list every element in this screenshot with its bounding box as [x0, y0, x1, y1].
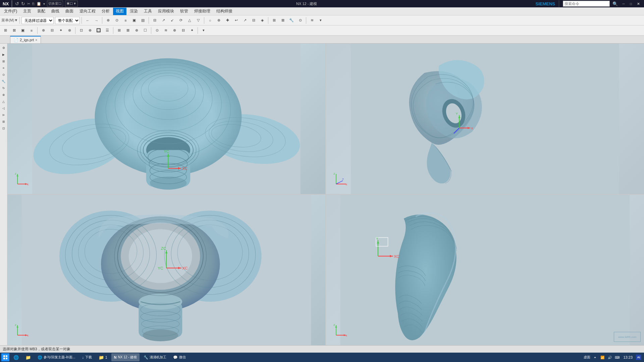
tb-btn8[interactable]: ↙	[168, 16, 176, 24]
paste-btn[interactable]: 📋	[37, 2, 41, 6]
tb2-btn1[interactable]: ⊞	[1, 26, 9, 35]
sidebar-btn10[interactable]: ⊳	[1, 112, 7, 118]
systray-volume[interactable]: 🔊	[607, 355, 612, 360]
tb-btn10[interactable]: △	[185, 16, 194, 24]
viewport-bot-left[interactable]: XC ZC YC X Z	[7, 195, 325, 345]
tb-btn3[interactable]: ≡	[121, 16, 129, 24]
taskbar-browser[interactable]: 🌐	[11, 353, 21, 361]
menu-view[interactable]: 视图	[113, 8, 126, 15]
tb-btn20[interactable]: ⊠	[279, 16, 287, 24]
sidebar-btn8[interactable]: △	[1, 99, 7, 105]
menu-reverse[interactable]: 逆向工程	[77, 8, 98, 15]
taskbar-participate[interactable]: 🌐 参与/回复主题-补面...	[35, 353, 78, 361]
tb-btn7[interactable]: ↗	[159, 16, 167, 24]
tb2-btn12[interactable]: ☰	[103, 26, 111, 35]
tb2-btn20[interactable]: ⊟	[179, 26, 187, 35]
menu-assemble[interactable]: 装配	[35, 8, 48, 15]
sidebar-btn7[interactable]: ⊕	[1, 92, 7, 98]
sidebar-btn12[interactable]: ⊡	[1, 125, 7, 131]
tb-btn15[interactable]: ↩	[232, 16, 240, 24]
menu-file[interactable]: 文件(F)	[1, 8, 20, 15]
tb2-btn22[interactable]: ▾	[200, 26, 208, 35]
tb-btn17[interactable]: ⊟	[250, 16, 258, 24]
maximize-btn[interactable]: □	[628, 1, 634, 6]
menu-app[interactable]: 应用模块	[155, 8, 177, 15]
menu-hose[interactable]: 软管	[177, 8, 191, 15]
menu-curve[interactable]: 曲线	[49, 8, 62, 15]
tb-btn19[interactable]: ⊞	[270, 16, 278, 24]
tb2-btn5[interactable]: ⊕	[39, 26, 47, 35]
tb2-btn9[interactable]: ⊡	[77, 26, 85, 35]
tb-btn2[interactable]: ⊙	[113, 16, 121, 24]
sidebar-btn6[interactable]: ↻	[1, 85, 7, 91]
close-btn[interactable]: ✕	[635, 1, 641, 6]
cut-btn[interactable]: ✂	[27, 2, 30, 6]
tb-btn23[interactable]: ≋	[308, 16, 316, 24]
tb-btn18[interactable]: ◈	[258, 16, 266, 24]
redo-btn[interactable]: ↻	[21, 1, 25, 6]
ai-button[interactable]: Ai	[636, 355, 641, 360]
systray-keyboard[interactable]: ⌨	[614, 355, 620, 360]
taskbar-download[interactable]: ↓ 下载	[79, 353, 95, 361]
tb2-btn4[interactable]: ≡	[28, 26, 36, 35]
tb-back-btn[interactable]: ←	[84, 16, 92, 24]
tb2-btn19[interactable]: ⊕	[170, 26, 178, 35]
menu-home[interactable]: 主页	[20, 8, 34, 15]
taskbar-folder[interactable]: 📁 1	[96, 353, 110, 361]
tb-btn16[interactable]: ↗	[241, 16, 249, 24]
tb2-btn2[interactable]: ⊠	[10, 26, 18, 35]
tb-btn9[interactable]: ⟳	[177, 16, 185, 24]
sidebar-btn1[interactable]: ▶	[1, 52, 7, 58]
tb2-btn18[interactable]: ≋	[162, 26, 170, 35]
tb2-btn17[interactable]: ⊙	[153, 26, 161, 35]
sidebar-btn5[interactable]: 🔧	[1, 78, 7, 84]
tb2-btn21[interactable]: ✦	[188, 26, 196, 35]
tb-btn6[interactable]: ⊟	[151, 16, 159, 24]
search-input[interactable]	[563, 1, 610, 7]
viewport-bot-right[interactable]: XC Y X Z www.3d55.com	[326, 195, 644, 345]
taskbar-wechat[interactable]: 💬 微信	[170, 353, 189, 361]
tb2-btn13[interactable]: ⊞	[115, 26, 123, 35]
viewport-top-left[interactable]: XC YC X Z	[7, 44, 325, 194]
assembly-select[interactable]: 整个装配	[55, 17, 80, 24]
menu-tools[interactable]: 工具	[141, 8, 155, 15]
search-icon[interactable]: 🔍	[612, 1, 618, 6]
tb-btn11[interactable]: ▽	[194, 16, 202, 24]
tb2-btn10[interactable]: ⊕	[86, 26, 94, 35]
tb-btn12[interactable]: ○	[206, 16, 214, 24]
systray-network[interactable]: 📶	[600, 355, 605, 360]
tab-close-btn[interactable]: ×	[35, 38, 37, 42]
tb2-btn14[interactable]: ⊠	[124, 26, 132, 35]
sidebar-btn2[interactable]: ⊞	[1, 58, 7, 64]
tb-btn4[interactable]: ▣	[130, 16, 138, 24]
minimize-btn[interactable]: ─	[621, 1, 627, 6]
taskbar-machining[interactable]: 🔧 涌涌机加工	[141, 353, 169, 361]
tb2-btn11[interactable]: 🔲	[95, 26, 103, 35]
sidebar-btn3[interactable]: ≡	[1, 65, 7, 71]
tb-btn14[interactable]: ✚	[223, 16, 231, 24]
tb2-btn8[interactable]: ⊗	[65, 26, 73, 35]
tb-btn13[interactable]: ⊕	[215, 16, 223, 24]
menu-weld-assist[interactable]: 焊接助理	[192, 8, 213, 15]
tb2-btn3[interactable]: ▣	[19, 26, 27, 35]
tb-btn5[interactable]: ▤	[139, 16, 147, 24]
sidebar-btn4[interactable]: ⊙	[1, 72, 7, 78]
copy-btn[interactable]: ⎘	[32, 2, 35, 6]
tb2-btn15[interactable]: ⊕	[132, 26, 141, 35]
menu-struct-weld[interactable]: 结构焊接	[214, 8, 235, 15]
systray-chevron[interactable]	[592, 355, 598, 360]
tb-btn22[interactable]: ⊙	[296, 16, 304, 24]
tb2-btn16[interactable]: ☐	[141, 26, 149, 35]
window-switch-btn[interactable]: 切换窗口	[47, 1, 63, 7]
view-btn[interactable]: ▣口▼	[65, 1, 78, 7]
file-tab[interactable]: 📄 2_igs.prt ×	[10, 36, 41, 43]
tb2-btn6[interactable]: ⊟	[48, 26, 56, 35]
undo-btn[interactable]: ↺	[15, 1, 19, 6]
tb-btn1[interactable]: ⊕	[104, 16, 112, 24]
sidebar-btn-settings[interactable]: ⚙	[1, 45, 7, 51]
menu-label[interactable]: 菜单(M)▼	[1, 18, 18, 23]
start-button[interactable]	[1, 353, 9, 361]
tb2-btn7[interactable]: ✦	[57, 26, 65, 35]
tb-forward-btn[interactable]: →	[92, 16, 100, 24]
filter-select[interactable]: 无选择过滤器	[21, 17, 54, 24]
